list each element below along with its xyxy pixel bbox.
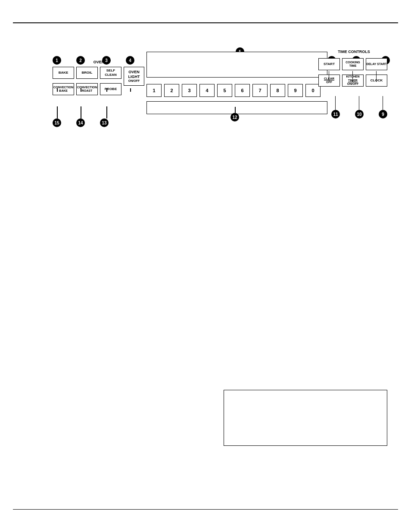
lower-display xyxy=(146,101,327,114)
clear-off-button[interactable]: CLEAR OFF xyxy=(318,75,340,87)
num-7-button[interactable]: 7 xyxy=(252,84,268,97)
num-4-button[interactable]: 4 xyxy=(199,84,215,97)
badge-10: 10 xyxy=(355,110,364,118)
connector-9 xyxy=(383,96,383,110)
oven-light-button[interactable]: OVEN LIGHT ON/OFF xyxy=(124,67,144,86)
connector-1 xyxy=(57,88,58,92)
num-8-button[interactable]: 8 xyxy=(270,84,285,97)
num-9-button[interactable]: 9 xyxy=(288,84,303,97)
num-1-button[interactable]: 1 xyxy=(146,84,162,97)
badge-15: 15 xyxy=(53,118,61,127)
connector-11 xyxy=(335,96,336,110)
clock-button[interactable]: CLOCK xyxy=(366,75,387,87)
badge-13: 13 xyxy=(100,118,109,127)
connector-14 xyxy=(81,106,81,118)
self-clean-button[interactable]: SELF CLEAN xyxy=(100,67,121,79)
num-3-button[interactable]: 3 xyxy=(182,84,197,97)
convection-bake-button[interactable]: CONVECTION BAKE xyxy=(53,83,74,95)
time-controls-label: TIME CONTROLS xyxy=(321,50,387,54)
connector-13 xyxy=(106,106,107,118)
num-5-button[interactable]: 5 xyxy=(217,84,232,97)
bake-button[interactable]: BAKE xyxy=(53,67,74,79)
lower-diagram-box xyxy=(224,390,387,446)
badge-9: 9 xyxy=(379,110,387,118)
connector-4 xyxy=(130,88,131,92)
connector-6 xyxy=(329,71,330,82)
connector-8 xyxy=(376,71,377,82)
connector-2 xyxy=(81,88,81,92)
display-box xyxy=(146,52,327,78)
badge-11: 11 xyxy=(331,110,340,118)
badge-12: 12 xyxy=(230,113,239,121)
connector-10 xyxy=(359,96,360,110)
delay-start-button[interactable]: DELAY START xyxy=(366,58,387,70)
broil-button[interactable]: BROIL xyxy=(76,67,98,79)
connector-7 xyxy=(352,71,353,82)
start-button[interactable]: START xyxy=(318,58,340,70)
connector-3 xyxy=(106,88,107,92)
probe-button[interactable]: PROBE xyxy=(100,83,121,95)
num-6-button[interactable]: 6 xyxy=(235,84,250,97)
convection-roast-button[interactable]: CONVECTION ROAST xyxy=(76,83,98,95)
cooking-time-button[interactable]: COOKING TIME xyxy=(342,58,364,70)
badge-4: 4 xyxy=(126,56,134,65)
top-border xyxy=(13,22,398,23)
number-pad: 1 2 3 4 5 6 7 8 9 0 xyxy=(146,84,321,97)
oven-label: OVEN xyxy=(76,60,121,64)
num-2-button[interactable]: 2 xyxy=(164,84,179,97)
bottom-border xyxy=(13,509,398,510)
badge-14: 14 xyxy=(76,118,85,127)
kitchen-timer-button[interactable]: KITCHEN TIMER ON/OFF xyxy=(342,75,364,87)
badge-1: 1 xyxy=(53,56,61,65)
connector-15 xyxy=(57,106,58,118)
connector-12 xyxy=(235,107,236,113)
